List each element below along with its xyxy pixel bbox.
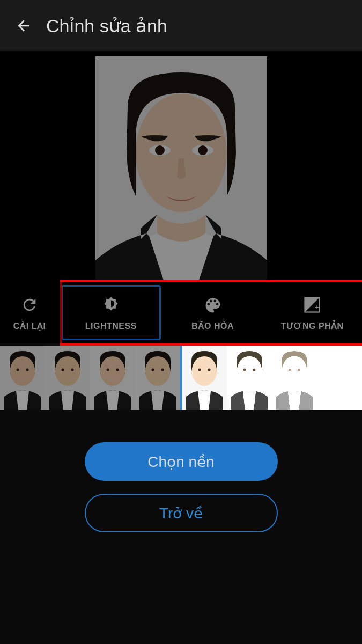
thumb-6[interactable] [272, 346, 317, 410]
lightness-button[interactable]: LIGHTNESS [61, 285, 161, 340]
thumb-4[interactable] [182, 346, 227, 410]
reset-button[interactable]: CÀI LẠI [0, 282, 59, 343]
page-title: Chỉnh sửa ảnh [46, 15, 167, 36]
svg-point-4 [155, 145, 165, 155]
back-arrow-button[interactable] [11, 13, 36, 39]
palette-icon [203, 296, 223, 315]
thumb-2[interactable] [90, 346, 135, 410]
thumb-3[interactable] [135, 346, 182, 410]
header: Chỉnh sửa ảnh [0, 0, 362, 51]
thumb-5[interactable] [227, 346, 272, 410]
photo-preview-area [0, 51, 362, 282]
button-area: Chọn nền Trở về [0, 410, 362, 532]
lightness-label: LIGHTNESS [85, 321, 137, 331]
portrait-image [95, 56, 267, 282]
svg-point-1 [136, 94, 227, 212]
svg-point-5 [198, 145, 208, 155]
saturation-button[interactable]: BÃO HÒA [163, 282, 263, 343]
reset-label: CÀI LẠI [13, 321, 46, 331]
thumb-0[interactable] [0, 346, 45, 410]
adjustment-toolbar: CÀI LẠI LIGHTNESS BÃO HÒA + TƯƠNG PHẢN [0, 282, 362, 343]
thumb-7[interactable] [317, 346, 362, 410]
reset-icon [20, 296, 39, 314]
go-back-button[interactable]: Trở về [85, 494, 278, 532]
photo-preview[interactable] [95, 56, 267, 282]
thumb-1[interactable] [45, 346, 90, 410]
saturation-label: BÃO HÒA [191, 321, 234, 331]
contrast-icon: + [302, 295, 322, 314]
choose-background-button[interactable]: Chọn nền [85, 442, 278, 481]
contrast-label: TƯƠNG PHẢN [281, 321, 344, 331]
svg-text:+: + [315, 303, 319, 311]
contrast-button[interactable]: + TƯƠNG PHẢN [262, 282, 362, 343]
brightness-icon [101, 295, 121, 316]
lightness-thumbnail-strip [0, 346, 362, 410]
arrow-left-icon [15, 17, 32, 34]
